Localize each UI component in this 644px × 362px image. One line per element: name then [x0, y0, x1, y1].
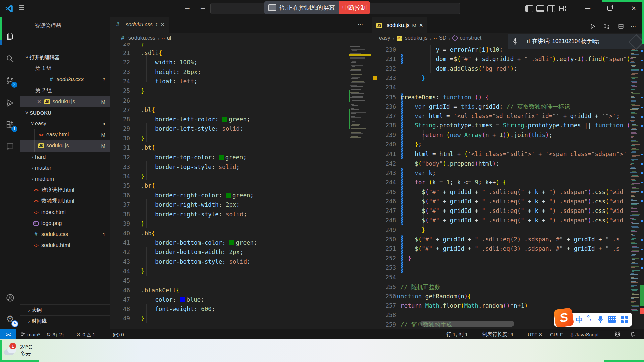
toggle-panel-icon[interactable] — [536, 5, 544, 12]
eol-status[interactable]: CRLF — [550, 329, 563, 339]
remote-indicator[interactable]: >< — [0, 329, 16, 339]
split-editor-icon[interactable] — [616, 21, 626, 32]
code-line-28: 28 border-left-color: green; — [110, 115, 349, 124]
tree-item-soduku.css[interactable]: #soduku.css1 — [20, 229, 110, 240]
tree-item-medium[interactable]: ›medium — [20, 174, 110, 185]
code-line-234: 234 — [372, 83, 630, 92]
close-editor-icon[interactable]: ✕ — [37, 99, 41, 105]
code-line-255: 255 // 随机正整数 — [372, 282, 630, 292]
tree-item-soduku.css[interactable]: #soduku.css1 — [20, 74, 110, 85]
nav-forward-button[interactable]: → — [199, 3, 206, 11]
weather-widget[interactable]: 1 24°C 多云 — [3, 342, 44, 360]
sogou-logo[interactable]: S — [554, 308, 574, 328]
git-branch-status[interactable]: main* — [21, 329, 40, 339]
account-icon[interactable] — [0, 290, 20, 306]
weather-temp: 24°C — [20, 344, 32, 351]
symbol-icon: ‹› — [434, 36, 437, 41]
code-line-237: 237 var html = '<ul class="sd clearfix" … — [372, 111, 630, 121]
tree-item-难度选择.html[interactable]: <>难度选择.html — [20, 185, 110, 196]
section-SUDOKU[interactable]: ˅SUDOKU — [20, 107, 110, 118]
code-line-241: 241 html = html + ('<li class="sdli">' +… — [372, 149, 630, 159]
code-line-232: 232 dom.addClass('bg_red'); — [372, 64, 630, 73]
code-line-256: 256function getRandom(n){ — [372, 292, 630, 301]
code-line-245: 245 $("#" + gridId + " .sdli:eq(" + k + … — [372, 187, 630, 197]
sogou-punctuation-icon[interactable]: °, — [587, 314, 592, 322]
notifications-bell-icon[interactable] — [630, 329, 635, 339]
tree-item-easy[interactable]: ˅easy● — [20, 118, 110, 129]
customize-layout-icon[interactable] — [559, 5, 567, 12]
code-line-251: 251 $("#" + gridId + " .sdli:eq(3) .sdsp… — [372, 244, 630, 253]
settings-gear-icon[interactable]: ⚙ — [0, 311, 20, 327]
tree-item-hard[interactable]: ›hard — [20, 152, 110, 163]
nav-back-button[interactable]: ← — [184, 3, 191, 11]
sogou-mic-icon[interactable] — [598, 315, 603, 324]
sogou-toolbox-icon[interactable] — [621, 316, 628, 323]
js-editor[interactable]: 230 y = errorArr[i]%10;231 dom =$("#" + … — [372, 43, 630, 329]
tab-close-icon[interactable]: ✕ — [419, 22, 423, 28]
outline-section[interactable]: ›大纲 — [20, 304, 110, 316]
chat-icon[interactable] — [0, 139, 20, 155]
sidebar-more-icon[interactable]: ⋯ — [95, 21, 101, 27]
tree-item-index.html[interactable]: <>index.html — [20, 207, 110, 218]
left-tabstrip: # soduku.css 1 ✕ ⋯ — [110, 17, 372, 33]
code-line-231: 231 dom =$("#" + sd.gridId + " .sdli").e… — [372, 54, 630, 64]
code-line-25: 25} — [110, 86, 349, 96]
timeline-section[interactable]: ›时间线 — [20, 315, 110, 327]
explorer-icon[interactable] — [0, 28, 20, 44]
code-line-27: 27.bl{ — [110, 105, 349, 115]
badge: M — [101, 99, 106, 105]
left-minimap[interactable] — [349, 43, 371, 329]
run-debug-icon[interactable] — [0, 95, 20, 111]
problems-status[interactable]: ⊘0 △1 — [76, 329, 95, 339]
share-border-left-top — [0, 17, 2, 40]
menu-hamburger-icon[interactable]: ☰ — [19, 4, 24, 12]
window-close-button[interactable]: ✕ — [623, 0, 644, 17]
right-editor-more-actions[interactable]: ⋯ — [629, 21, 639, 32]
sync-status[interactable]: ↻3↓ 2↑ — [46, 329, 64, 339]
source-control-icon[interactable]: 2 — [0, 72, 20, 88]
css-file-icon: # — [119, 35, 126, 41]
window-minimize-button[interactable]: — — [578, 0, 598, 17]
css-editor[interactable]: 20}21.sdli{22 width: 100%;23 height: 26p… — [110, 43, 349, 329]
extensions-icon[interactable]: 1 — [0, 117, 20, 133]
search-icon[interactable] — [0, 51, 20, 67]
tab-soduku-css[interactable]: # soduku.css 1 ✕ — [110, 17, 169, 33]
sogou-cn-mode[interactable]: 中 — [576, 315, 583, 325]
ports-status[interactable]: ((•))0 — [113, 329, 124, 339]
tab-soduku-js[interactable]: JS soduku.js M ✕ — [372, 17, 427, 34]
section-打开的编辑器[interactable]: ˅打开的编辑器 — [20, 52, 110, 63]
copilot-face-icon[interactable] — [614, 329, 621, 339]
css-file-icon: # — [33, 231, 39, 237]
tree-item-第-1-组[interactable]: 第 1 组 — [20, 63, 110, 74]
extensions-badge: 1 — [11, 126, 17, 132]
tree-item-第-2-组[interactable]: 第 2 组 — [20, 85, 110, 96]
indentation-status[interactable]: 制表符长度: 4 — [482, 329, 513, 339]
interrupt-control-button[interactable]: 中断控制 — [339, 1, 370, 14]
tab-close-icon[interactable]: ✕ — [161, 22, 165, 27]
language-mode[interactable]: {}JavaScript — [570, 329, 599, 339]
horizontal-scrollbar[interactable] — [420, 321, 514, 327]
right-minimap[interactable] — [630, 43, 640, 329]
tree-item-soduku.html[interactable]: <>soduku.html — [20, 240, 110, 251]
run-file-icon[interactable] — [588, 21, 598, 32]
tree-item-logo.png[interactable]: logo.png — [20, 218, 110, 229]
restore-icon — [607, 6, 612, 11]
tree-item-soduku.js[interactable]: JSsoduku.jsM — [20, 140, 110, 152]
code-line-20: 20} — [110, 43, 349, 48]
tree-item-数独规则.html[interactable]: <>数独规则.html — [20, 196, 110, 207]
cursor-position[interactable]: 行 1, 列 1 — [446, 329, 468, 339]
weather-condition: 多云 — [20, 351, 32, 357]
tree-item-master[interactable]: ›master — [20, 163, 110, 174]
open-changes-icon[interactable] — [602, 21, 612, 32]
share-border-bottom-left — [0, 360, 39, 362]
toggle-secondary-sidebar-icon[interactable] — [547, 5, 555, 12]
window-restore-button[interactable] — [600, 0, 620, 17]
sogou-keyboard-icon[interactable] — [608, 316, 616, 323]
tree-item-soduku.js...[interactable]: ✕JSsoduku.js...M — [20, 96, 110, 107]
encoding-status[interactable]: UTF-8 — [528, 329, 542, 339]
toggle-sidebar-icon[interactable] — [525, 5, 533, 12]
left-editor-more-actions[interactable]: ⋯ — [358, 21, 364, 27]
code-line-32: 32 border-top-color: green; — [110, 153, 349, 162]
tree-item-easy.html[interactable]: <>easy.htmlM — [20, 129, 110, 140]
left-breadcrumb[interactable]: # soduku.css› ‹› ul — [110, 33, 381, 43]
